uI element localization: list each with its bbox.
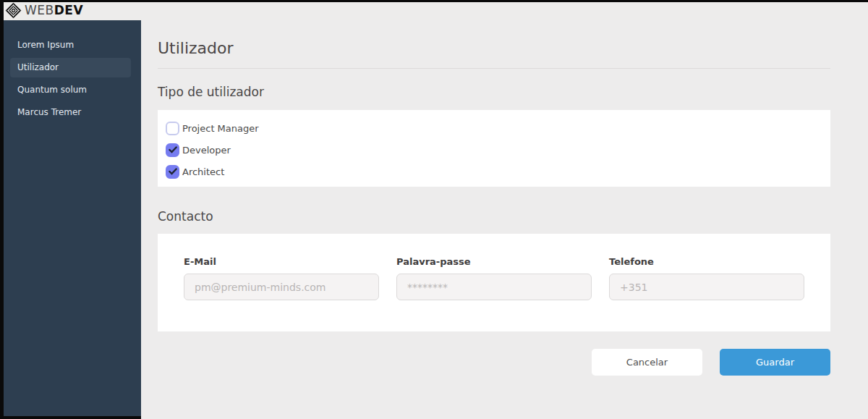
password-label: Palavra-passe bbox=[396, 256, 592, 267]
user-type-heading: Tipo de utilizador bbox=[158, 85, 830, 99]
save-button[interactable]: Guardar bbox=[720, 349, 830, 376]
checkbox-row-project-manager[interactable]: Project Manager bbox=[166, 117, 822, 139]
email-label: E-Mail bbox=[184, 256, 379, 267]
email-field[interactable] bbox=[184, 274, 379, 300]
brand-name-bold: DEV bbox=[54, 3, 83, 17]
contact-fields: E-Mail Palavra-passe Telefone bbox=[184, 256, 804, 300]
sidebar-item-marcus-tremer[interactable]: Marcus Tremer bbox=[10, 103, 131, 122]
checkbox-label: Developer bbox=[182, 145, 231, 156]
sidebar-item-quantum-solum[interactable]: Quantum solum bbox=[10, 80, 131, 100]
project-manager-checkbox[interactable] bbox=[166, 122, 179, 135]
title-divider bbox=[158, 68, 830, 69]
webdev-diamond-icon bbox=[5, 2, 22, 19]
check-icon bbox=[169, 168, 177, 175]
cancel-button[interactable]: Cancelar bbox=[592, 349, 702, 376]
app-header: WEBDEV bbox=[4, 2, 868, 20]
user-type-card: Project Manager Developer Architect bbox=[158, 110, 830, 187]
page-title: Utilizador bbox=[158, 39, 830, 57]
brand-name: WEBDEV bbox=[25, 4, 83, 17]
phone-field-group: Telefone bbox=[609, 256, 804, 300]
architect-checkbox[interactable] bbox=[166, 165, 179, 179]
checkbox-label: Project Manager bbox=[182, 123, 259, 134]
bottom-frame-edge bbox=[0, 416, 141, 419]
developer-checkbox[interactable] bbox=[166, 143, 179, 157]
check-icon bbox=[169, 146, 177, 153]
sidebar-item-lorem-ipsum[interactable]: Lorem Ipsum bbox=[10, 35, 131, 55]
email-field-group: E-Mail bbox=[184, 256, 379, 300]
contact-card: E-Mail Palavra-passe Telefone bbox=[158, 234, 830, 331]
main-content: Utilizador Tipo de utilizador Project Ma… bbox=[141, 20, 868, 419]
phone-field[interactable] bbox=[609, 274, 804, 300]
app-window: WEBDEV Lorem Ipsum Utilizador Quantum so… bbox=[0, 0, 868, 419]
brand-logo: WEBDEV bbox=[4, 2, 83, 19]
checkbox-row-architect[interactable]: Architect bbox=[166, 161, 822, 182]
phone-label: Telefone bbox=[609, 256, 804, 267]
brand-name-light: WEB bbox=[25, 3, 54, 17]
contact-heading: Contacto bbox=[158, 209, 830, 224]
password-field-group: Palavra-passe bbox=[396, 256, 592, 300]
form-actions: Cancelar Guardar bbox=[158, 349, 830, 376]
password-field[interactable] bbox=[396, 274, 592, 300]
checkbox-row-developer[interactable]: Developer bbox=[166, 139, 822, 161]
checkbox-label: Architect bbox=[182, 166, 224, 177]
sidebar-item-utilizador[interactable]: Utilizador bbox=[10, 58, 131, 77]
sidebar-nav: Lorem Ipsum Utilizador Quantum solum Mar… bbox=[4, 20, 141, 416]
